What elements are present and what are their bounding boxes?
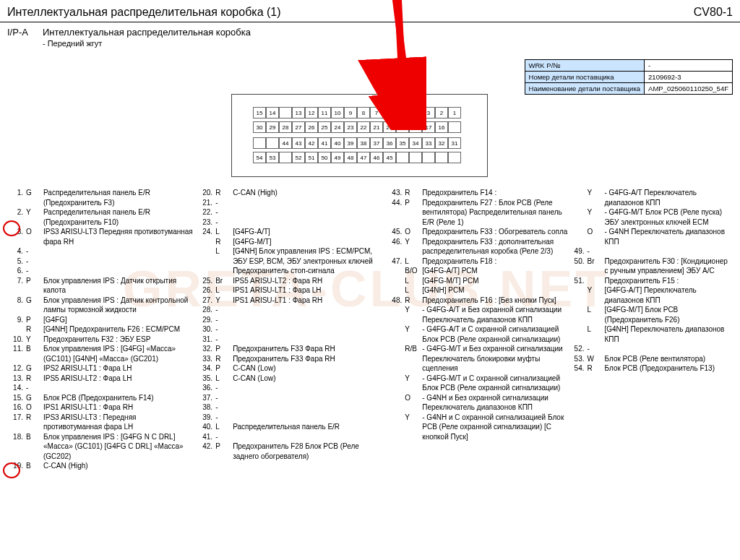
pin-row: 20.RC-CAN (High) <box>197 188 386 198</box>
pin-row: R[G4FG-M/T] <box>197 237 386 247</box>
pin-row: R/B- G4FG-M/T и Без охранной сигнализаци… <box>386 344 568 374</box>
pin-row: 12.GIPS2 ARISU-LT1 : Фара LH <box>7 363 197 374</box>
diag-cell: 30 <box>253 121 266 133</box>
pin-row: 29.- <box>197 315 386 325</box>
diag-cell: 10 <box>331 107 344 119</box>
diag-cell: 36 <box>383 137 396 149</box>
diag-cell: 7 <box>370 107 383 119</box>
page-code: CV80-1 <box>694 6 733 19</box>
pin-row: L[G4FG-M/T] PCM <box>386 276 568 286</box>
pin-row: 49.- <box>568 246 733 257</box>
pin-row: 31.- <box>197 335 386 345</box>
pin-row: 52.- <box>568 344 733 354</box>
pin-row: 42.PПредохранитель F28 Блок PCB (Реле за… <box>197 441 386 461</box>
diag-cell: 29 <box>266 121 279 133</box>
pin-row: 8.GБлок управления IPS : Датчик контроль… <box>7 296 197 315</box>
page-title: Интеллектуальная распределительная короб… <box>7 6 281 19</box>
diag-cell: 43 <box>292 137 305 149</box>
diag-cell <box>279 152 292 163</box>
diag-cell: 48 <box>344 152 357 163</box>
diag-cell <box>448 121 461 133</box>
pin-row: 14.- <box>7 383 197 393</box>
pin-row: 46.YПредохранитель F33 : дополнительная … <box>386 237 568 257</box>
col-3: 43.RПредохранитель F14 :44.PПредохраните… <box>386 188 568 471</box>
pin-row: 43.RПредохранитель F14 : <box>386 188 568 198</box>
pin-row: 32.PПредохранитель F33 Фара RH <box>197 344 386 354</box>
pin-row: 48.RПредохранитель F16 : [Без кнопки Пус… <box>386 296 568 306</box>
diag-cell: 33 <box>422 137 435 149</box>
diag-cell: 9 <box>344 107 357 119</box>
diag-row-3: 4443424140393837363534333231 <box>253 137 461 149</box>
diag-cell: 21 <box>370 121 383 133</box>
diag-cell: 19 <box>396 121 409 133</box>
diag-row-4: 54535251504948474645 <box>253 152 461 163</box>
pin-row: 25.BrIPS5 ARISU-LT2 : Фара RH <box>197 276 386 286</box>
pin-row: 38.- <box>197 402 386 413</box>
pin-row: 3.OIPS3 ARISU-LT3 Передняя противотуманн… <box>7 227 197 246</box>
diag-cell: 6 <box>383 107 396 119</box>
diag-cell: 28 <box>279 121 292 133</box>
pin-row: 44.PПредохранитель F27 : Блок PCB (Реле … <box>386 198 568 228</box>
diag-cell: 14 <box>266 107 279 119</box>
diag-cell: 47 <box>357 152 370 163</box>
diag-cell <box>448 152 461 163</box>
diag-cell: 31 <box>448 137 461 149</box>
diag-cell: 52 <box>292 152 305 163</box>
diag-cell: 42 <box>305 137 318 149</box>
diag-cell: 16 <box>435 121 448 133</box>
diag-cell: 32 <box>435 137 448 149</box>
diag-cell: 45 <box>383 152 396 163</box>
circle-marker-1 <box>3 220 20 236</box>
pin-row: L[G4NH] Переключатель диапазонов КПП <box>568 324 733 344</box>
diag-cell: 34 <box>409 137 422 149</box>
pin-row: O- G4NH и Без охранной сигнализации Пере… <box>386 393 568 413</box>
pin-row: 2.YРаспределительная панель E/R (Предохр… <box>7 207 197 227</box>
circle-marker-2 <box>3 462 20 478</box>
diag-cell: 39 <box>344 137 357 149</box>
diag-cell: 23 <box>344 121 357 133</box>
pin-row: 47.LПредохранитель F18 : <box>386 257 568 267</box>
sub-note: - Передний жгут <box>43 39 251 48</box>
pin-row: 53.WБлок PCB (Реле вентилятора) <box>568 354 733 364</box>
col-4: Y- G4FG-A/T Переключатель диапазонов КПП… <box>568 188 733 471</box>
diag-cell: 27 <box>292 121 305 133</box>
pin-row: O- G4NH Переключатель диапазонов КПП <box>568 227 733 246</box>
diag-cell: 5 <box>396 107 409 119</box>
diag-cell: 49 <box>331 152 344 163</box>
diag-cell: 18 <box>409 121 422 133</box>
pin-row: Y- G4FG-A/T Переключатель диапазонов КПП <box>568 188 733 207</box>
pin-row: 24.L[G4FG-A/T] <box>197 227 386 237</box>
pin-row: Y- G4FG-M/T и С охранной сигнализацией Б… <box>386 374 568 393</box>
col-2: 20.RC-CAN (High)21.-22.-23.-24.L[G4FG-A/… <box>197 188 386 471</box>
pin-row: 21.- <box>197 198 386 208</box>
info-table: WRK P/№- Номер детали поставщика2109692-… <box>525 59 733 95</box>
diag-cell: 46 <box>370 152 383 163</box>
diag-cell: 20 <box>383 121 396 133</box>
diag-cell <box>422 152 435 163</box>
diag-cell: 26 <box>305 121 318 133</box>
diag-cell <box>435 152 448 163</box>
diag-row-2: 302928272625242322212019181716 <box>253 121 461 133</box>
diag-row-1: 151413121110987654321 <box>253 107 461 119</box>
diag-cell: 4 <box>409 107 422 119</box>
diag-cell: 11 <box>318 107 331 119</box>
diag-cell: 17 <box>422 121 435 133</box>
pin-row: 37.- <box>197 393 386 403</box>
pin-row: 7.PБлок управления IPS : Датчик открытия… <box>7 276 197 296</box>
pin-row: Y- G4FG-M/T Блок PCB (Реле пуска) ЭБУ эл… <box>568 207 733 227</box>
pin-row: Y- G4FG-A/T и Без охранной сигнализации … <box>386 305 568 324</box>
diag-cell: 35 <box>396 137 409 149</box>
pin-row: 17.RIPS3 ARISU-LT3 : Передняя противотум… <box>7 413 197 432</box>
sub-title: Интеллектуальная распределительная короб… <box>43 27 251 38</box>
pin-row: 35.LC-CAN (Low) <box>197 374 386 384</box>
pin-row: 40.LРаспределительная панель E/R <box>197 422 386 432</box>
pin-row: R[G4NH] Предохранитель F26 : ECM/PCM <box>7 324 197 335</box>
pin-row: 33.RПредохранитель F33 Фара RH <box>197 354 386 364</box>
pin-row: 28.- <box>197 305 386 315</box>
pin-row: 50.BrПредохранитель F30 : [Кондиционер с… <box>568 257 733 276</box>
pin-row: 5.- <box>7 257 197 267</box>
diag-cell: 8 <box>357 107 370 119</box>
diag-cell: 13 <box>292 107 305 119</box>
pin-row: 23.- <box>197 217 386 228</box>
diag-cell <box>409 152 422 163</box>
